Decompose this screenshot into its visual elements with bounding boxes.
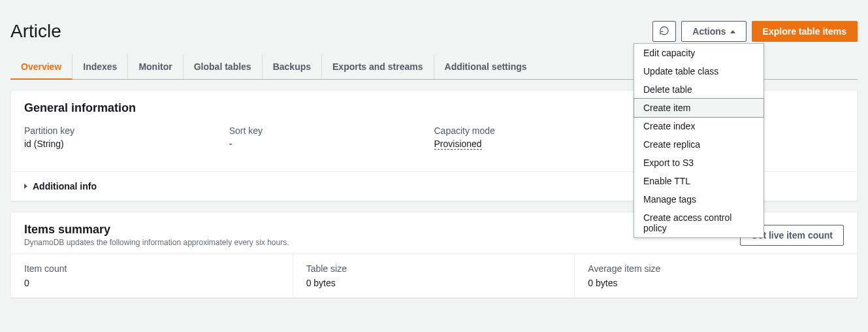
actions-menu-manage-tags[interactable]: Manage tags [634,190,764,208]
capacity-mode-value[interactable]: Provisioned [434,139,482,150]
item-count-value: 0 [24,278,280,288]
actions-dropdown: Edit capacityUpdate table classDelete ta… [634,43,764,238]
actions-menu-create-replica[interactable]: Create replica [634,135,764,154]
explore-items-button[interactable]: Explore table items [752,21,858,42]
partition-key-value: id (String) [24,139,229,149]
actions-menu-export-to-s3[interactable]: Export to S3 [634,154,764,172]
table-size-value: 0 bytes [306,278,562,288]
refresh-icon [659,25,669,38]
tab-overview[interactable]: Overview [10,55,72,80]
tab-global-tables[interactable]: Global tables [184,55,263,79]
actions-menu-delete-table[interactable]: Delete table [634,80,764,99]
actions-menu-update-table-class[interactable]: Update table class [634,62,764,80]
tab-exports-and-streams[interactable]: Exports and streams [322,55,434,79]
tab-additional-settings[interactable]: Additional settings [434,55,538,79]
title-row: Article Actions Explore table items Edit… [10,21,858,42]
capacity-mode-label: Capacity mode [434,125,639,136]
tab-backups[interactable]: Backups [263,55,322,79]
partition-key-cell: Partition key id (String) [24,125,229,159]
general-info-title: General information [24,101,136,115]
refresh-button[interactable] [652,21,676,42]
tab-monitor[interactable]: Monitor [128,55,183,79]
actions-menu-create-index[interactable]: Create index [634,117,764,135]
tab-indexes[interactable]: Indexes [72,55,128,79]
sort-key-value: - [229,139,434,149]
additional-info-label: Additional info [33,181,97,191]
caret-up-icon [730,30,735,33]
title-actions: Actions Explore table items Edit capacit… [652,21,858,42]
actions-menu-enable-ttl[interactable]: Enable TTL [634,172,764,190]
items-summary-subtitle: DynamoDB updates the following informati… [24,238,289,247]
actions-menu-edit-capacity[interactable]: Edit capacity [634,44,764,62]
table-size-cell: Table size 0 bytes [293,254,575,297]
actions-menu-create-access-control-policy[interactable]: Create access control policy [634,208,764,237]
avg-item-size-cell: Average item size 0 bytes [575,254,857,297]
partition-key-label: Partition key [24,125,229,136]
actions-button-label: Actions [692,26,726,37]
avg-item-size-value: 0 bytes [588,278,844,288]
item-count-cell: Item count 0 [11,254,293,297]
sort-key-label: Sort key [229,125,434,136]
actions-button[interactable]: Actions [681,21,746,42]
avg-item-size-label: Average item size [588,263,844,274]
capacity-mode-cell: Capacity mode Provisioned [434,125,639,159]
caret-right-icon [24,184,27,189]
item-count-label: Item count [24,263,280,274]
actions-menu-create-item[interactable]: Create item [634,98,764,118]
table-size-label: Table size [306,263,562,274]
sort-key-cell: Sort key - [229,125,434,159]
items-summary-title: Items summary [24,223,289,237]
page-title: Article [10,21,61,42]
